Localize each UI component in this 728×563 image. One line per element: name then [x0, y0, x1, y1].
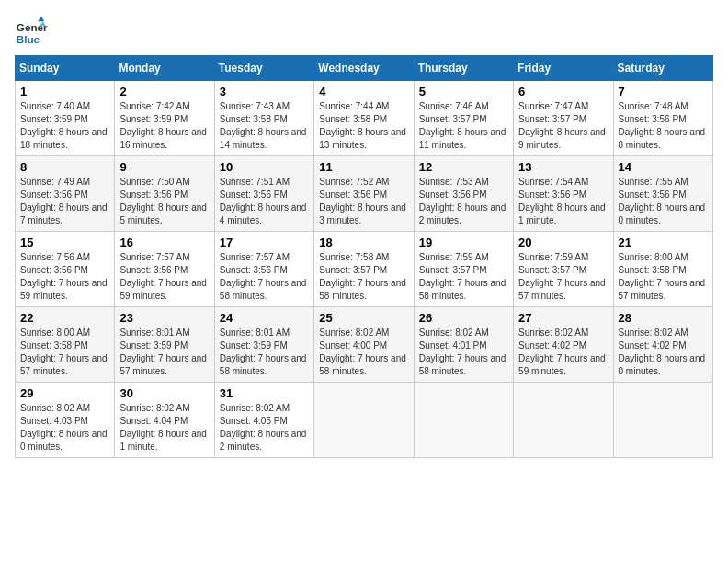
day-info: Sunrise: 7:48 AM Sunset: 3:56 PM Dayligh… — [619, 100, 708, 152]
calendar-week-5: 29 Sunrise: 8:02 AM Sunset: 4:03 PM Dayl… — [16, 383, 713, 458]
calendar-cell: 6 Sunrise: 7:47 AM Sunset: 3:57 PM Dayli… — [514, 81, 613, 156]
day-info: Sunrise: 7:44 AM Sunset: 3:58 PM Dayligh… — [319, 100, 408, 152]
day-number: 12 — [419, 160, 508, 174]
day-number: 1 — [20, 85, 109, 98]
calendar-cell: 24 Sunrise: 8:01 AM Sunset: 3:59 PM Dayl… — [214, 307, 313, 383]
day-info: Sunrise: 7:49 AM Sunset: 3:56 PM Dayligh… — [20, 176, 109, 227]
day-number: 9 — [119, 160, 209, 174]
day-number: 19 — [419, 236, 508, 249]
calendar-cell: 30 Sunrise: 8:02 AM Sunset: 4:04 PM Dayl… — [115, 383, 214, 458]
calendar-cell: 27 Sunrise: 8:02 AM Sunset: 4:02 PM Dayl… — [514, 307, 613, 383]
calendar-cell: 10 Sunrise: 7:51 AM Sunset: 3:56 PM Dayl… — [214, 156, 313, 232]
day-number: 11 — [319, 160, 408, 174]
day-info: Sunrise: 7:54 AM Sunset: 3:56 PM Dayligh… — [518, 176, 608, 227]
calendar-cell: 21 Sunrise: 8:00 AM Sunset: 3:58 PM Dayl… — [613, 232, 712, 307]
col-header-thursday: Thursday — [414, 56, 513, 81]
calendar-table: SundayMondayTuesdayWednesdayThursdayFrid… — [15, 55, 713, 458]
day-number: 21 — [619, 236, 708, 249]
calendar-cell: 2 Sunrise: 7:42 AM Sunset: 3:59 PM Dayli… — [115, 81, 214, 156]
col-header-saturday: Saturday — [613, 56, 712, 81]
day-number: 30 — [119, 386, 209, 400]
day-number: 23 — [119, 311, 209, 325]
day-info: Sunrise: 7:51 AM Sunset: 3:56 PM Dayligh… — [220, 176, 309, 227]
day-info: Sunrise: 7:40 AM Sunset: 3:59 PM Dayligh… — [20, 100, 109, 152]
calendar-cell: 22 Sunrise: 8:00 AM Sunset: 3:58 PM Dayl… — [16, 307, 115, 383]
calendar-cell: 15 Sunrise: 7:56 AM Sunset: 3:56 PM Dayl… — [16, 232, 115, 307]
day-info: Sunrise: 7:52 AM Sunset: 3:56 PM Dayligh… — [319, 176, 408, 227]
day-info: Sunrise: 8:02 AM Sunset: 4:05 PM Dayligh… — [220, 402, 309, 454]
calendar-cell — [414, 383, 513, 458]
day-number: 28 — [619, 311, 708, 325]
svg-text:Blue: Blue — [17, 33, 40, 45]
day-info: Sunrise: 8:02 AM Sunset: 4:03 PM Dayligh… — [20, 402, 109, 454]
calendar-cell: 4 Sunrise: 7:44 AM Sunset: 3:58 PM Dayli… — [314, 81, 414, 156]
col-header-wednesday: Wednesday — [314, 56, 414, 81]
day-info: Sunrise: 7:50 AM Sunset: 3:56 PM Dayligh… — [119, 176, 209, 227]
calendar-cell: 12 Sunrise: 7:53 AM Sunset: 3:56 PM Dayl… — [414, 156, 513, 232]
calendar-cell: 19 Sunrise: 7:59 AM Sunset: 3:57 PM Dayl… — [414, 232, 513, 307]
day-number: 29 — [20, 386, 109, 400]
day-number: 26 — [419, 311, 508, 325]
calendar-week-3: 15 Sunrise: 7:56 AM Sunset: 3:56 PM Dayl… — [16, 232, 713, 307]
day-number: 13 — [518, 160, 608, 174]
day-info: Sunrise: 7:55 AM Sunset: 3:56 PM Dayligh… — [619, 176, 708, 227]
day-info: Sunrise: 8:02 AM Sunset: 4:02 PM Dayligh… — [518, 327, 608, 378]
calendar-cell: 1 Sunrise: 7:40 AM Sunset: 3:59 PM Dayli… — [16, 81, 115, 156]
calendar-header-row: SundayMondayTuesdayWednesdayThursdayFrid… — [16, 56, 713, 81]
calendar-cell: 14 Sunrise: 7:55 AM Sunset: 3:56 PM Dayl… — [613, 156, 712, 232]
day-info: Sunrise: 7:57 AM Sunset: 3:56 PM Dayligh… — [119, 251, 209, 303]
day-number: 31 — [220, 386, 309, 400]
calendar-week-2: 8 Sunrise: 7:49 AM Sunset: 3:56 PM Dayli… — [16, 156, 713, 232]
day-number: 14 — [619, 160, 708, 174]
day-info: Sunrise: 7:59 AM Sunset: 3:57 PM Dayligh… — [518, 251, 608, 303]
calendar-cell: 9 Sunrise: 7:50 AM Sunset: 3:56 PM Dayli… — [115, 156, 214, 232]
day-info: Sunrise: 7:46 AM Sunset: 3:57 PM Dayligh… — [419, 100, 508, 152]
calendar-cell: 7 Sunrise: 7:48 AM Sunset: 3:56 PM Dayli… — [613, 81, 712, 156]
page-header: General Blue — [15, 15, 713, 48]
day-number: 3 — [220, 85, 309, 98]
day-number: 17 — [220, 236, 309, 249]
day-info: Sunrise: 8:01 AM Sunset: 3:59 PM Dayligh… — [220, 327, 309, 378]
calendar-cell — [613, 383, 712, 458]
day-number: 25 — [319, 311, 408, 325]
day-number: 5 — [419, 85, 508, 98]
day-number: 2 — [119, 85, 209, 98]
calendar-cell: 29 Sunrise: 8:02 AM Sunset: 4:03 PM Dayl… — [16, 383, 115, 458]
day-info: Sunrise: 7:42 AM Sunset: 3:59 PM Dayligh… — [119, 100, 209, 152]
day-number: 15 — [20, 236, 109, 249]
day-info: Sunrise: 8:00 AM Sunset: 3:58 PM Dayligh… — [20, 327, 109, 378]
calendar-cell: 31 Sunrise: 8:02 AM Sunset: 4:05 PM Dayl… — [214, 383, 313, 458]
calendar-cell: 11 Sunrise: 7:52 AM Sunset: 3:56 PM Dayl… — [314, 156, 414, 232]
day-number: 24 — [220, 311, 309, 325]
calendar-cell: 5 Sunrise: 7:46 AM Sunset: 3:57 PM Dayli… — [414, 81, 513, 156]
day-number: 27 — [518, 311, 608, 325]
day-info: Sunrise: 7:43 AM Sunset: 3:58 PM Dayligh… — [220, 100, 309, 152]
day-number: 16 — [119, 236, 209, 249]
calendar-cell: 3 Sunrise: 7:43 AM Sunset: 3:58 PM Dayli… — [214, 81, 313, 156]
day-number: 18 — [319, 236, 408, 249]
day-info: Sunrise: 8:01 AM Sunset: 3:59 PM Dayligh… — [119, 327, 209, 378]
logo-icon: General Blue — [15, 15, 48, 48]
calendar-cell — [314, 383, 414, 458]
day-number: 7 — [619, 85, 708, 98]
calendar-cell: 20 Sunrise: 7:59 AM Sunset: 3:57 PM Dayl… — [514, 232, 613, 307]
calendar-cell — [514, 383, 613, 458]
calendar-cell: 8 Sunrise: 7:49 AM Sunset: 3:56 PM Dayli… — [16, 156, 115, 232]
col-header-friday: Friday — [514, 56, 613, 81]
day-info: Sunrise: 7:58 AM Sunset: 3:57 PM Dayligh… — [319, 251, 408, 303]
col-header-tuesday: Tuesday — [214, 56, 313, 81]
day-number: 20 — [518, 236, 608, 249]
day-number: 8 — [20, 160, 109, 174]
calendar-cell: 26 Sunrise: 8:02 AM Sunset: 4:01 PM Dayl… — [414, 307, 513, 383]
day-info: Sunrise: 7:47 AM Sunset: 3:57 PM Dayligh… — [518, 100, 608, 152]
day-number: 4 — [319, 85, 408, 98]
calendar-cell: 28 Sunrise: 8:02 AM Sunset: 4:02 PM Dayl… — [613, 307, 712, 383]
calendar-week-1: 1 Sunrise: 7:40 AM Sunset: 3:59 PM Dayli… — [16, 81, 713, 156]
calendar-cell: 13 Sunrise: 7:54 AM Sunset: 3:56 PM Dayl… — [514, 156, 613, 232]
day-number: 10 — [220, 160, 309, 174]
day-info: Sunrise: 8:02 AM Sunset: 4:01 PM Dayligh… — [419, 327, 508, 378]
day-info: Sunrise: 8:00 AM Sunset: 3:58 PM Dayligh… — [619, 251, 708, 303]
day-info: Sunrise: 7:53 AM Sunset: 3:56 PM Dayligh… — [419, 176, 508, 227]
col-header-sunday: Sunday — [16, 56, 115, 81]
calendar-cell: 18 Sunrise: 7:58 AM Sunset: 3:57 PM Dayl… — [314, 232, 414, 307]
